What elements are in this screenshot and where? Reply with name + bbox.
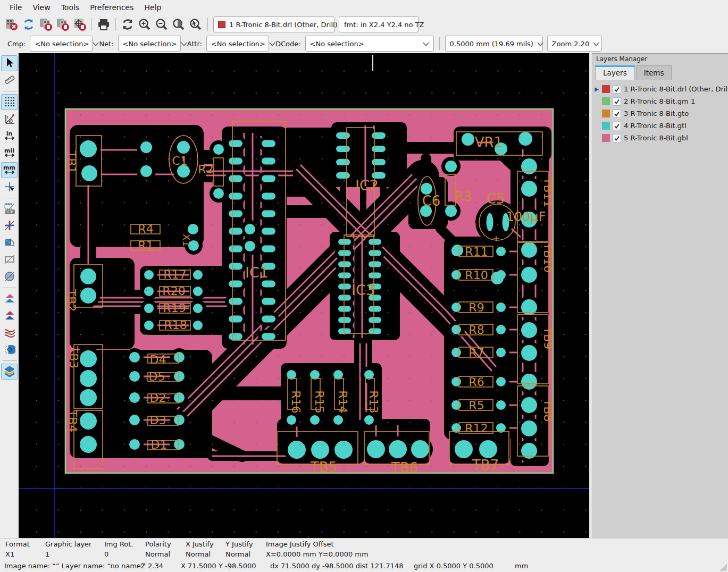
zoom-to-fit-button[interactable] [171,16,187,32]
layer-visibility-checkbox[interactable] [613,97,621,106]
units-mil-icon: mil [1,148,18,158]
status-field: Graphic layer1 [45,540,91,560]
zoom-to-selection-button[interactable] [188,16,204,32]
layers-manager-tabs: Layers Items [592,64,728,80]
status-field-value: 1 [45,550,91,560]
zoom-level-select[interactable]: Zoom 2.20 [547,36,602,52]
cursor-shape-icon [4,181,15,194]
refresh-icon [121,18,135,31]
zoom-out-button[interactable] [154,16,170,32]
diff-mode-icon [4,292,15,306]
status-field: Img Rot.0 [104,540,133,560]
layer-visibility-checkbox[interactable] [613,122,621,130]
attribute-select-value: <No selection> [211,40,265,48]
flip-axes-icon [4,220,15,233]
clear-all-layers-button[interactable] [4,16,20,32]
reload-all-layers-button[interactable] [21,16,37,32]
image-status-bar: FormatX1Graphic layer1Img Rot.0PolarityN… [0,538,728,561]
attribute-select[interactable]: <No selection> [206,36,269,52]
net-select-value: <No selection> [123,40,177,48]
zoom-in-button[interactable] [137,16,153,32]
svg-text:θ: θ [10,119,13,124]
tab-layers[interactable]: Layers [595,65,635,80]
menu-preferences[interactable]: Preferences [85,1,139,14]
grid-icon [4,96,15,109]
status-field: PolarityNormal [145,540,171,560]
main-toolbar: 1 R-Tronic 8-Bit.drl (Other, Drill) fmt:… [0,15,728,34]
status-field: X JustifyNormal [186,540,214,560]
menu-file[interactable]: File [4,1,27,14]
clear-layers-icon [5,18,19,31]
active-layer-combo[interactable]: 1 R-Tronic 8-Bit.drl (Other, Drill) [213,16,334,32]
status-relative-position: dx 71.5000 dy -98.5000 dist 121.7148 [270,562,404,570]
diff-mode-toggle-button[interactable] [1,291,18,307]
menu-view[interactable]: View [27,1,55,14]
lines-mode-button[interactable] [1,252,18,268]
flashed-items-mode-button[interactable] [1,235,18,251]
reload-icon [22,18,36,31]
status-field-header: Polarity [145,540,171,550]
print-button[interactable] [96,16,112,32]
layer-row[interactable]: 4 R-Tronic 8-Bit.gtl [593,120,727,132]
layer-color-swatch[interactable] [602,122,610,130]
units-mil-button[interactable]: mil [1,145,18,161]
layer-row[interactable]: 3 R-Tronic 8-Bit.gto [593,107,727,120]
status-field-header: Graphic layer [45,540,91,550]
status-field-value: X1 [5,550,30,560]
open-gerber-icon [39,18,53,31]
component-select[interactable]: <No selection> [30,36,93,52]
units-inch-button[interactable]: in [1,128,18,144]
status-field: FormatX1 [5,540,30,560]
status-field: Image Justify OffsetX=0.0000 mm Y=0.0000… [266,540,369,560]
toolbar-separator [91,18,92,31]
pcb-canvas[interactable]: TB1C1R2R4R1X1R17R20R19R18IC1IC2IC3C6R3C5… [19,53,589,538]
grid-size-select[interactable]: 0.5000 mm (19.69 mils) [445,36,543,52]
net-select[interactable]: <No selection> [118,36,181,52]
pointer-icon [4,57,15,70]
open-autodetected-files-button[interactable] [72,16,88,32]
xor-mode-toggle-button[interactable] [1,308,18,324]
units-inch-icon: in [1,131,18,141]
polar-coords-toggle-button[interactable]: rθ [1,111,18,127]
layer-name: 3 R-Tronic 8-Bit.gto [624,110,689,117]
layers-manager-icon [4,365,15,378]
toolbar-separator [3,91,16,91]
menu-tools[interactable]: Tools [56,1,85,14]
dcode-select[interactable]: <No selection> [305,36,434,52]
layer-row[interactable]: ▶1 R-Tronic 8-Bit.drl (Other, Drill) [593,83,727,95]
measure-tool-button[interactable] [1,72,18,88]
menu-help[interactable]: Help [139,1,167,14]
pointer-tool-button[interactable] [1,55,18,71]
tab-items[interactable]: Items [636,65,672,80]
layer-row[interactable]: 5 R-Tronic 8-Bit.gbl [593,132,727,144]
polygons-mode-button[interactable]: 04 [1,269,18,285]
left-toolbar: rθ in mil mm 04 [0,53,19,538]
toolbar-separator [3,360,16,361]
chevron-down-icon [181,40,187,48]
chevron-down-icon [593,40,599,48]
show-dcodes-toggle-button[interactable] [1,342,18,358]
open-gerber-files-button[interactable] [38,16,54,32]
window-resize-grip[interactable] [720,564,727,571]
open-drill-files-button[interactable] [55,16,71,32]
layer-color-swatch[interactable] [602,85,610,93]
layer-row[interactable]: 2 R-Tronic 8-Bit.gm 1 [593,95,727,107]
status-field-header: Y Justify [225,540,253,550]
cursor-shape-toggle-button[interactable] [1,179,18,195]
flip-view-toggle-button[interactable] [1,218,18,234]
layer-color-swatch[interactable] [602,97,610,105]
grid-toggle-button[interactable] [1,94,18,110]
layer-name: 1 R-Tronic 8-Bit.drl (Other, Drill) [624,85,728,93]
open-autodetect-icon [73,18,87,31]
layer-visibility-checkbox[interactable] [613,85,621,94]
layers-manager-toggle-button[interactable] [1,364,18,380]
sketch-footprints-toggle-button[interactable] [1,201,18,217]
layer-color-swatch[interactable] [602,134,610,142]
layer-visibility-checkbox[interactable] [613,134,621,142]
layer-visibility-checkbox[interactable] [613,110,621,118]
layer-color-swatch[interactable] [602,110,610,117]
status-image-layer-names: Image name: “” Layer name: “no name” [4,562,145,570]
units-mm-button[interactable]: mm [1,162,18,178]
negative-objects-toggle-button[interactable] [1,325,18,341]
refresh-view-button[interactable] [120,16,136,32]
